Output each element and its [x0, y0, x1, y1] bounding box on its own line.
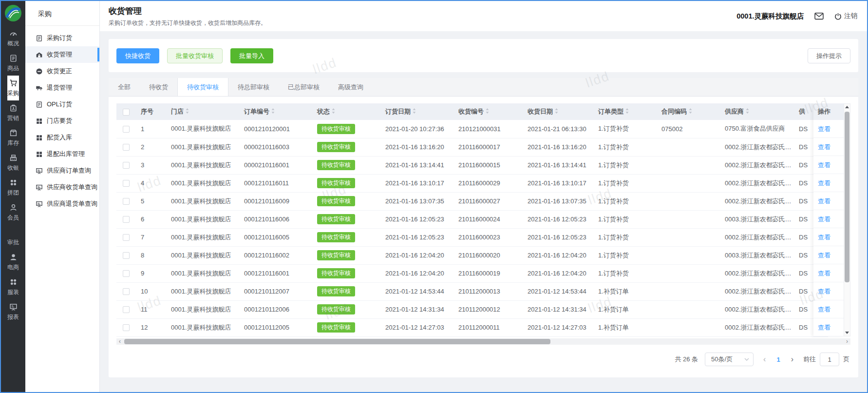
- column-header-contract-no[interactable]: 合同编码: [657, 103, 720, 120]
- operation-tips-button[interactable]: 操作提示: [808, 48, 850, 63]
- prev-page-button[interactable]: ‹: [763, 355, 766, 364]
- column-header-supplier[interactable]: 供应商: [720, 103, 794, 120]
- view-link[interactable]: 查看: [818, 125, 830, 133]
- sort-caret-icon[interactable]: [688, 108, 693, 116]
- view-link[interactable]: 查看: [818, 288, 830, 295]
- view-link[interactable]: 查看: [818, 234, 830, 241]
- tab-pending-hq-audit[interactable]: 待总部审核: [228, 78, 279, 96]
- row-checkbox[interactable]: [123, 288, 130, 295]
- goto-page-input[interactable]: [820, 353, 839, 366]
- sort-caret-icon[interactable]: [331, 108, 336, 116]
- column-header-receipt-no[interactable]: 收货编号: [453, 103, 523, 120]
- scroll-right-arrow-icon[interactable]: ›: [844, 338, 850, 345]
- rail-item-approval[interactable]: 审批: [7, 225, 19, 250]
- view-link[interactable]: 查看: [818, 179, 830, 187]
- rail-item-member[interactable]: 会员: [7, 200, 19, 225]
- row-checkbox[interactable]: [123, 234, 130, 241]
- view-link[interactable]: 查看: [818, 197, 830, 205]
- horizontal-scroll-thumb[interactable]: [124, 339, 550, 344]
- view-link[interactable]: 查看: [818, 324, 830, 331]
- sidebar-item-return-management[interactable]: 退货管理: [25, 79, 99, 96]
- logout-button[interactable]: 注销: [834, 12, 857, 20]
- row-checkbox[interactable]: [123, 180, 130, 187]
- sidebar-item-supplier-return-query[interactable]: 供应商退货单查询: [25, 196, 99, 212]
- mail-icon[interactable]: [814, 12, 824, 20]
- batch-import-button[interactable]: 批量导入: [230, 48, 273, 63]
- rail-item-ecommerce[interactable]: 电商: [7, 250, 19, 275]
- select-all-checkbox[interactable]: [123, 109, 130, 116]
- sort-caret-icon[interactable]: [412, 108, 416, 116]
- sidebar-item-receiving-correction[interactable]: 收货更正: [25, 63, 99, 79]
- grid-icon: [36, 118, 43, 125]
- view-link[interactable]: 查看: [818, 306, 830, 313]
- cell-receipt-date: 2021-01-16 12:04:20: [523, 246, 593, 264]
- row-checkbox[interactable]: [123, 270, 130, 277]
- tab-all[interactable]: 全部: [109, 78, 140, 96]
- column-header-receipt-date[interactable]: 收货日期: [523, 103, 593, 120]
- view-link[interactable]: 查看: [818, 270, 830, 277]
- column-header-store[interactable]: 门店: [166, 103, 239, 120]
- scroll-down-arrow-icon[interactable]: [844, 330, 850, 336]
- sidebar-item-receiving-management[interactable]: 收货管理: [25, 46, 99, 63]
- page-size-select[interactable]: 50条/页: [705, 353, 754, 366]
- rail-item-apparel[interactable]: 服装: [7, 275, 19, 299]
- rail-item-inventory[interactable]: 库存: [7, 125, 19, 150]
- column-header-order-date[interactable]: 订货日期: [380, 103, 453, 120]
- sort-caret-icon[interactable]: [554, 108, 559, 116]
- column-header-order-no[interactable]: 订单编号: [239, 103, 312, 120]
- row-checkbox[interactable]: [123, 324, 130, 331]
- scroll-left-arrow-icon[interactable]: ‹: [117, 338, 123, 345]
- row-checkbox[interactable]: [123, 252, 130, 259]
- column-header-order-type[interactable]: 订单类型: [593, 103, 657, 120]
- sort-caret-icon[interactable]: [485, 108, 490, 116]
- view-link[interactable]: 查看: [818, 216, 830, 223]
- quick-receive-button[interactable]: 快捷收货: [116, 48, 159, 63]
- rail-item-report[interactable]: 报表: [7, 299, 19, 324]
- rail-item-marketing[interactable]: 营销: [7, 100, 19, 125]
- sidebar-item-distribution-inbound[interactable]: 配货入库: [25, 129, 99, 146]
- tab-advanced-query[interactable]: 高级查询: [329, 78, 373, 96]
- vertical-scroll-thumb[interactable]: [845, 112, 849, 282]
- next-page-button[interactable]: ›: [791, 355, 793, 364]
- sidebar-item-supplier-order-query[interactable]: 供应商订单查询: [25, 162, 99, 179]
- batch-receive-audit-button[interactable]: 批量收货审核: [167, 48, 223, 63]
- logout-label: 注销: [844, 12, 857, 20]
- tab-pending-receive-audit[interactable]: 待收货审核: [177, 78, 228, 96]
- sidebar-item-return-outbound[interactable]: 退配出库管理: [25, 146, 99, 162]
- row-checkbox[interactable]: [123, 306, 130, 313]
- tab-hq-audited[interactable]: 已总部审核: [279, 78, 329, 96]
- rail-item-goods[interactable]: 商品: [7, 51, 19, 76]
- ecommerce-icon: [9, 253, 18, 261]
- horizontal-scrollbar[interactable]: ‹ ›: [116, 338, 850, 345]
- rail-item-label: 商品: [7, 64, 19, 73]
- cell-status: 待收货审核: [312, 264, 380, 282]
- row-checkbox[interactable]: [123, 216, 130, 223]
- status-badge: 待收货审核: [317, 178, 355, 188]
- sort-caret-icon[interactable]: [745, 108, 750, 116]
- sidebar-item-opl-order[interactable]: OPL订货: [25, 96, 99, 113]
- row-checkbox[interactable]: [123, 198, 130, 205]
- row-checkbox[interactable]: [123, 126, 130, 133]
- rail-item-overview[interactable]: 概况: [7, 26, 19, 51]
- rail-item-label: 拼团: [7, 189, 19, 197]
- tab-pending-receive[interactable]: 待收货: [140, 78, 177, 96]
- rail-item-cashier[interactable]: 收银: [7, 150, 19, 175]
- view-link[interactable]: 查看: [818, 161, 830, 169]
- view-link[interactable]: 查看: [818, 143, 830, 151]
- vertical-scrollbar[interactable]: [844, 103, 850, 336]
- cell-order-no: 0001210112006: [239, 300, 312, 318]
- scroll-up-arrow-icon[interactable]: [844, 104, 850, 110]
- current-page[interactable]: 1: [776, 356, 780, 363]
- sidebar-item-supplier-receipt-query[interactable]: 供应商收货单查询: [25, 179, 99, 196]
- rail-item-groupbuy[interactable]: 拼团: [7, 175, 19, 200]
- column-header-status[interactable]: 状态: [312, 103, 380, 120]
- sort-caret-icon[interactable]: [185, 108, 189, 116]
- rail-item-purchase[interactable]: 采购: [7, 76, 19, 100]
- row-checkbox[interactable]: [123, 162, 130, 169]
- view-link[interactable]: 查看: [818, 252, 830, 259]
- row-checkbox[interactable]: [123, 144, 130, 151]
- sidebar-item-store-request[interactable]: 门店要货: [25, 113, 99, 129]
- sort-caret-icon[interactable]: [625, 108, 629, 116]
- sort-caret-icon[interactable]: [271, 108, 275, 116]
- sidebar-item-purchase-order[interactable]: 采购订货: [25, 30, 99, 46]
